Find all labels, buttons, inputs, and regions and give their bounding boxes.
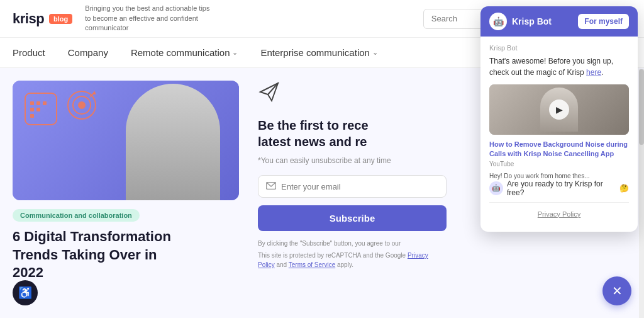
newsletter-title: Be the first to rece latest news and re (258, 117, 447, 150)
email-input[interactable] (281, 182, 438, 191)
privacy-link-section: Privacy Policy (489, 202, 629, 224)
svg-point-11 (78, 101, 86, 109)
close-chatbot-button[interactable]: ✕ (602, 276, 631, 305)
nav-item-enterprise[interactable]: Enterprise communication ⌄ (260, 47, 377, 58)
nav-item-company[interactable]: Company (68, 47, 108, 58)
chatbot-header: 🤖 Krisp Bot For myself (480, 6, 638, 37)
terms-link[interactable]: Terms of Service (289, 261, 335, 268)
bot-avatar: 🤖 (489, 13, 507, 30)
disclaimer-text: By clicking the "Subscribe" button, you … (258, 239, 447, 248)
logo-area: krisp blog (13, 11, 72, 27)
article-card: Communication and collaboration 6 Digita… (13, 81, 239, 307)
bot-small-avatar: 🤖 (489, 181, 503, 195)
here-link[interactable]: here (586, 68, 601, 77)
chevron-down-icon: ⌄ (232, 48, 238, 57)
scrollbar[interactable] (639, 69, 644, 318)
chevron-down-icon: ⌄ (372, 48, 378, 57)
chatbot-privacy-link[interactable]: Privacy Policy (538, 210, 580, 218)
play-button[interactable]: ▶ (549, 99, 569, 120)
svg-rect-3 (30, 101, 34, 105)
article-image (13, 81, 239, 200)
video-title[interactable]: How to Remove Background Noise during Ca… (489, 140, 629, 159)
bot-message: That's awesome! Before you sign up, chec… (489, 55, 629, 78)
video-source: YouTube (489, 161, 629, 168)
nav-item-remote[interactable]: Remote communication ⌄ (131, 47, 238, 58)
svg-rect-2 (25, 93, 57, 125)
article-title: 6 Digital Transformation Trends Taking O… (13, 228, 239, 282)
for-myself-button[interactable]: For myself (578, 14, 629, 29)
chatbot-body: Krisp Bot That's awesome! Before you sig… (480, 37, 638, 232)
recaptcha-text: This site is protected by reCAPTCHA and … (258, 251, 447, 270)
svg-rect-8 (30, 114, 34, 118)
chatbot-name: Krisp Bot (512, 16, 552, 26)
video-desc: Hey! Do you work from home thes... (489, 173, 629, 179)
nav-item-product[interactable]: Product (13, 47, 45, 58)
video-thumbnail[interactable]: ▶ (489, 84, 629, 135)
decorative-target-icon (66, 89, 97, 123)
newsletter-subtitle: *You can easily unsubscribe at any time (258, 156, 447, 165)
send-icon (258, 81, 447, 108)
chatbot-panel: 🤖 Krisp Bot For myself Krisp Bot That's … (480, 6, 638, 232)
svg-marker-13 (92, 91, 96, 94)
subscribe-button[interactable]: Subscribe (258, 205, 447, 231)
decorative-icons (24, 92, 58, 129)
newsletter-section: Be the first to rece latest news and re … (258, 81, 447, 307)
svg-rect-5 (43, 101, 47, 105)
bot-label: Krisp Bot (489, 44, 629, 52)
chatbot-header-left: 🤖 Krisp Bot (489, 13, 552, 30)
scrollbar-thumb[interactable] (639, 69, 644, 145)
article-tag: Communication and collaboration (13, 209, 140, 222)
svg-rect-6 (30, 108, 34, 111)
person-image (126, 84, 220, 200)
svg-rect-4 (36, 101, 40, 105)
logo-text[interactable]: krisp (13, 11, 44, 27)
email-input-row (258, 175, 447, 198)
blog-badge: blog (49, 14, 72, 24)
svg-rect-7 (36, 108, 40, 111)
accessibility-button[interactable]: ♿ (13, 280, 38, 305)
bot-question: 🤖 Are you ready to try Krisp for free? 🤔 (489, 179, 629, 197)
email-icon (266, 181, 276, 192)
tagline: Bringing you the best and actionable tip… (85, 4, 211, 33)
